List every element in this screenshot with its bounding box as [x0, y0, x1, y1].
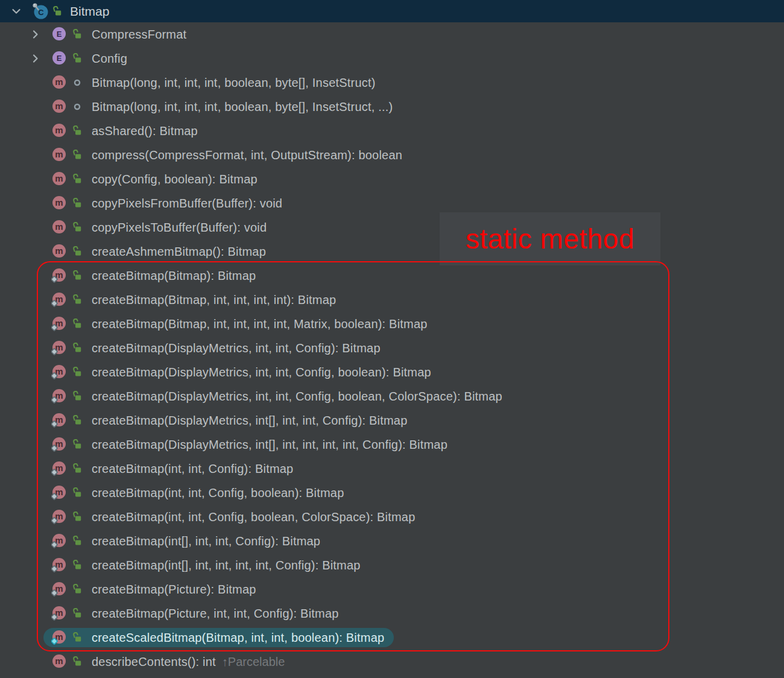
member-row-method[interactable]: mcopy(Config, boolean): Bitmap [0, 167, 784, 191]
member-label: createBitmap(DisplayMetrics, int, int, C… [92, 390, 502, 404]
member-row-method[interactable]: mcreateBitmap(Bitmap, int, int, int, int… [0, 312, 784, 336]
method-icon: m [51, 147, 67, 163]
public-lock-icon [72, 463, 83, 474]
member-row-content: mcreateBitmap(DisplayMetrics, int, int, … [43, 363, 441, 382]
class-header-row[interactable]: C Bitmap [0, 0, 784, 22]
public-lock-icon [72, 632, 83, 643]
selected-member-highlight: mcreateScaledBitmap(Bitmap, int, int, bo… [43, 628, 394, 647]
member-row-method[interactable]: mcreateBitmap(int[], int, int, int, int,… [0, 553, 784, 577]
member-row-method[interactable]: mcopyPixelsToBuffer(Buffer): void [0, 215, 784, 239]
member-row-method[interactable]: masShared(): Bitmap [0, 119, 784, 143]
member-label: createBitmap(DisplayMetrics, int[], int,… [92, 438, 447, 452]
member-label: createBitmap(Picture, int, int, Config):… [92, 607, 339, 621]
public-lock-icon [72, 439, 83, 450]
member-row-method[interactable]: mcreateBitmap(DisplayMetrics, int[], int… [0, 408, 784, 432]
member-row-method[interactable]: mcreateScaledBitmap(Bitmap, int, int, bo… [0, 626, 784, 650]
member-label: CompressFormat [92, 28, 186, 42]
member-row-content: mcreateBitmap(int[], int, int, int, int,… [43, 556, 370, 575]
member-row-enum[interactable]: ECompressFormat [0, 22, 784, 46]
static-method-icon: m [51, 533, 67, 549]
member-row-content: mcopyPixelsToBuffer(Buffer): void [43, 218, 276, 237]
member-label: createBitmap(int, int, Config, boolean, … [92, 510, 416, 524]
svg-text:E: E [57, 30, 62, 39]
member-row-method[interactable]: mcreateBitmap(Picture): Bitmap [0, 577, 784, 601]
member-row-method[interactable]: mcompress(CompressFormat, int, OutputStr… [0, 143, 784, 167]
member-row-constructor[interactable]: mBitmap(long, int, int, int, boolean, by… [0, 71, 784, 95]
member-label: createBitmap(Picture): Bitmap [92, 583, 256, 597]
svg-text:m: m [55, 101, 63, 111]
public-lock-icon [72, 415, 83, 426]
member-label: Bitmap(long, int, int, int, boolean, byt… [92, 76, 376, 90]
member-row-content: masShared(): Bitmap [43, 121, 207, 141]
public-lock-icon [72, 318, 83, 329]
svg-text:m: m [55, 221, 63, 232]
svg-text:m: m [55, 246, 63, 256]
member-row-content: mcreateBitmap(int, int, Config): Bitmap [43, 459, 303, 478]
method-icon: m [51, 99, 67, 115]
member-label: Bitmap(long, int, int, int, boolean, byt… [92, 100, 393, 114]
static-method-icon: m [51, 557, 67, 573]
static-method-icon: m [51, 437, 67, 452]
static-method-icon: m [51, 630, 67, 645]
public-lock-icon [72, 487, 83, 498]
member-label: createAshmemBitmap(): Bitmap [92, 245, 266, 259]
public-lock-icon [72, 560, 83, 571]
svg-text:m: m [55, 656, 63, 666]
static-method-icon: m [51, 413, 67, 428]
chevron-right-icon[interactable] [30, 53, 41, 64]
member-row-content: mBitmap(long, int, int, int, boolean, by… [43, 97, 402, 116]
member-row-content: mcreateBitmap(Bitmap, int, int, int, int… [43, 290, 346, 309]
member-row-content: mcreateBitmap(DisplayMetrics, int, int, … [43, 338, 390, 358]
public-lock-icon [72, 512, 83, 522]
svg-text:m: m [55, 197, 63, 208]
svg-text:m: m [55, 77, 63, 87]
member-row-method[interactable]: mcopyPixelsFromBuffer(Buffer): void [0, 191, 784, 215]
static-method-icon: m [51, 461, 67, 477]
member-row-content: mcopy(Config, boolean): Bitmap [43, 170, 267, 189]
inherited-from-tag[interactable]: ↑Parcelable [222, 655, 285, 669]
member-row-method[interactable]: mcreateBitmap(Bitmap): Bitmap [0, 264, 784, 288]
member-row-method[interactable]: mcreateBitmap(DisplayMetrics, int, int, … [0, 360, 784, 384]
member-row-method[interactable]: mcreateBitmap(Picture, int, int, Config)… [0, 601, 784, 626]
member-row-method[interactable]: mdescribeContents(): int↑Parcelable [0, 650, 784, 674]
member-row-method[interactable]: mcreateAshmemBitmap(): Bitmap [0, 239, 784, 264]
member-row-method[interactable]: mcreateBitmap(int, int, Config): Bitmap [0, 457, 784, 481]
member-row-method[interactable]: mcreateBitmap(int, int, Config, boolean,… [0, 505, 784, 529]
public-lock-icon [72, 608, 83, 619]
chevron-down-icon[interactable] [11, 6, 22, 17]
public-lock-icon [72, 270, 83, 281]
method-icon: m [51, 195, 67, 211]
static-method-icon: m [51, 509, 67, 525]
member-row-method[interactable]: mcreateBitmap(Bitmap, int, int, int, int… [0, 288, 784, 312]
member-row-content: mcreateBitmap(DisplayMetrics, int[], int… [43, 435, 457, 454]
member-label: createBitmap(Bitmap): Bitmap [92, 269, 256, 283]
svg-text:m: m [55, 149, 63, 159]
member-row-content: mcompress(CompressFormat, int, OutputStr… [43, 145, 412, 165]
member-label: createScaledBitmap(Bitmap, int, int, boo… [92, 631, 384, 645]
chevron-right-icon[interactable] [30, 29, 41, 40]
svg-text:m: m [55, 125, 63, 135]
static-method-icon: m [51, 316, 67, 332]
member-row-method[interactable]: mcreateBitmap(DisplayMetrics, int, int, … [0, 336, 784, 360]
public-lock-icon [72, 198, 83, 209]
svg-text:C: C [38, 8, 44, 17]
static-method-icon: m [51, 340, 67, 356]
public-lock-icon [72, 536, 83, 547]
static-method-icon: m [51, 388, 67, 404]
member-row-enum[interactable]: EConfig [0, 46, 784, 71]
package-visibility-icon [72, 101, 83, 112]
static-method-icon: m [51, 485, 67, 501]
public-lock-icon [72, 174, 83, 185]
member-row-content: mcreateBitmap(DisplayMetrics, int, int, … [43, 387, 512, 406]
member-row-method[interactable]: mcreateBitmap(DisplayMetrics, int[], int… [0, 432, 784, 457]
method-icon: m [51, 220, 67, 235]
member-row-method[interactable]: mcreateBitmap(int, int, Config, boolean)… [0, 481, 784, 505]
member-label: compress(CompressFormat, int, OutputStre… [92, 148, 402, 162]
member-label: asShared(): Bitmap [92, 124, 198, 138]
enum-icon: E [51, 27, 67, 42]
member-label: Config [92, 52, 127, 66]
member-row-method[interactable]: mcreateBitmap(DisplayMetrics, int, int, … [0, 384, 784, 408]
member-row-content: mdescribeContents(): int↑Parcelable [43, 652, 294, 671]
member-row-constructor[interactable]: mBitmap(long, int, int, int, boolean, by… [0, 95, 784, 119]
member-row-method[interactable]: mcreateBitmap(int[], int, int, Config): … [0, 529, 784, 553]
